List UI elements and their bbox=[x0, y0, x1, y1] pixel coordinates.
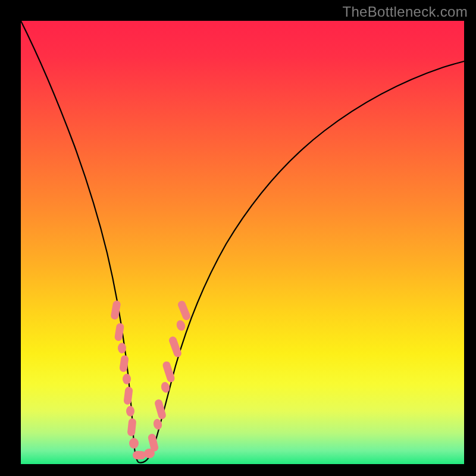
bead bbox=[129, 438, 139, 449]
bead bbox=[133, 451, 146, 459]
beads-left bbox=[110, 300, 139, 449]
bead bbox=[127, 418, 136, 436]
curve-svg bbox=[21, 21, 464, 464]
chart-frame: TheBottleneck.com bbox=[0, 0, 476, 476]
beads-right bbox=[148, 300, 192, 452]
bottleneck-curve bbox=[21, 21, 464, 463]
bead bbox=[175, 319, 186, 332]
bead bbox=[154, 399, 167, 420]
bead bbox=[123, 374, 131, 384]
bead bbox=[123, 386, 133, 405]
plot-area bbox=[21, 21, 464, 464]
bead bbox=[168, 336, 183, 358]
beads-bottom bbox=[133, 449, 155, 459]
bead bbox=[126, 406, 134, 416]
watermark-text: TheBottleneck.com bbox=[342, 4, 468, 20]
bead bbox=[118, 343, 126, 353]
bead bbox=[177, 300, 192, 321]
